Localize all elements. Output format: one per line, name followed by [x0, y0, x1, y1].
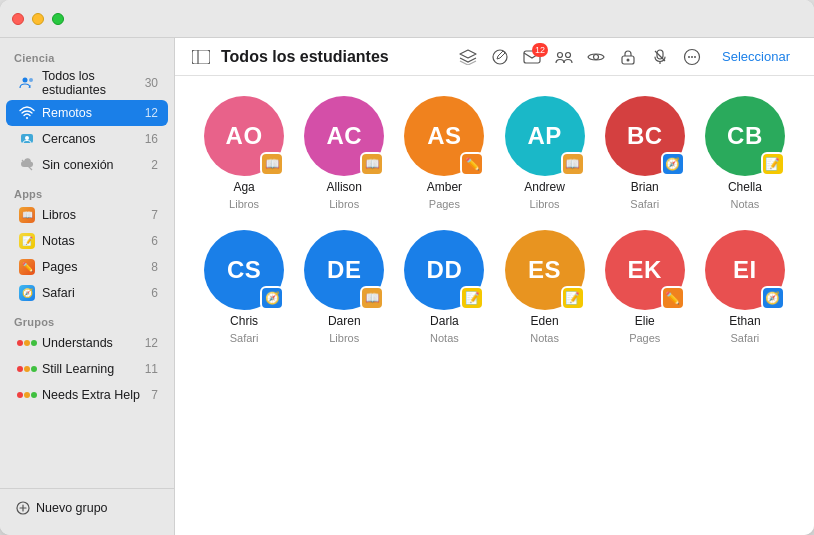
avatar-wrap: CB 📝 — [705, 96, 785, 176]
sidebar-section-ciencia: Ciencia — [0, 46, 174, 66]
sidebar-item-safari[interactable]: 🧭 Safari 6 — [6, 280, 168, 306]
svg-point-4 — [25, 136, 29, 140]
sidebar-item-understands[interactable]: Understands 12 — [6, 330, 168, 356]
svg-point-11 — [493, 50, 507, 64]
avatar-wrap: AO 📖 — [204, 96, 284, 176]
libros-icon: 📖 — [18, 206, 36, 224]
people-icon[interactable] — [554, 47, 574, 67]
svg-point-14 — [566, 52, 571, 57]
student-card[interactable]: BC 🧭 Brian Safari — [600, 96, 690, 210]
svg-point-13 — [558, 52, 563, 57]
more-icon[interactable] — [682, 47, 702, 67]
sidebar-item-pages-label: Pages — [42, 260, 147, 274]
pencil-icon[interactable] — [490, 47, 510, 67]
wifi-icon — [18, 104, 36, 122]
page-title: Todos los estudiantes — [221, 48, 448, 66]
sidebar: Ciencia Todos los estudiantes 30 — [0, 38, 175, 535]
avatar-wrap: DD 📝 — [404, 230, 484, 310]
avatar-wrap: AP 📖 — [505, 96, 585, 176]
sidebar-item-libros[interactable]: 📖 Libros 7 — [6, 202, 168, 228]
student-app: Safari — [731, 332, 760, 344]
avatar-wrap: ES 📝 — [505, 230, 585, 310]
notas-icon: 📝 — [18, 232, 36, 250]
sidebar-item-understands-label: Understands — [42, 336, 141, 350]
svg-point-22 — [688, 56, 690, 58]
avatar-wrap: DE 📖 — [304, 230, 384, 310]
sidebar-item-pages[interactable]: ✏️ Pages 8 — [6, 254, 168, 280]
select-button[interactable]: Seleccionar — [714, 46, 798, 67]
titlebar — [0, 0, 814, 38]
student-card[interactable]: EI 🧭 Ethan Safari — [700, 230, 790, 344]
new-group-label: Nuevo grupo — [36, 501, 108, 515]
svg-point-24 — [694, 56, 696, 58]
sidebar-item-still-learning[interactable]: Still Learning 11 — [6, 356, 168, 382]
eye-icon[interactable] — [586, 47, 606, 67]
lock-icon[interactable] — [618, 47, 638, 67]
toolbar-icons: 12 — [458, 46, 798, 67]
students-grid: AO 📖 Aga Libros AC 📖 Allison Libros AS ✏… — [175, 76, 814, 535]
sidebar-item-sin-conexion[interactable]: Sin conexión 2 — [6, 152, 168, 178]
sidebar-item-sin-count: 2 — [151, 158, 158, 172]
app-badge: 📝 — [761, 152, 785, 176]
svg-point-1 — [29, 78, 33, 82]
student-card[interactable]: AO 📖 Aga Libros — [199, 96, 289, 210]
mail-icon[interactable]: 12 — [522, 47, 542, 67]
app-badge: 🧭 — [761, 286, 785, 310]
app-badge: 📖 — [360, 152, 384, 176]
main-content: Ciencia Todos los estudiantes 30 — [0, 38, 814, 535]
student-card[interactable]: CB 📝 Chella Notas — [700, 96, 790, 210]
student-app: Libros — [329, 198, 359, 210]
maximize-button[interactable] — [52, 13, 64, 25]
student-app: Pages — [629, 332, 660, 344]
group1-icon — [18, 334, 36, 352]
avatar-wrap: BC 🧭 — [605, 96, 685, 176]
sidebar-item-needs-help[interactable]: Needs Extra Help 7 — [6, 382, 168, 408]
sidebar-item-todos-label: Todos los estudiantes — [42, 69, 141, 97]
app-badge: 🧭 — [260, 286, 284, 310]
sidebar-item-remotos-label: Remotos — [42, 106, 141, 120]
sidebar-item-cercanos[interactable]: Cercanos 16 — [6, 126, 168, 152]
student-card[interactable]: AS ✏️ Amber Pages — [399, 96, 489, 210]
student-card[interactable]: CS 🧭 Chris Safari — [199, 230, 289, 344]
mail-badge: 12 — [532, 43, 548, 57]
student-card[interactable]: AP 📖 Andrew Libros — [499, 96, 589, 210]
mic-mute-icon[interactable] — [650, 47, 670, 67]
sidebar-section-grupos: Grupos — [0, 310, 174, 330]
student-name: Darla — [430, 314, 459, 328]
sidebar-item-libros-count: 7 — [151, 208, 158, 222]
student-card[interactable]: EK ✏️ Elie Pages — [600, 230, 690, 344]
minimize-button[interactable] — [32, 13, 44, 25]
safari-icon: 🧭 — [18, 284, 36, 302]
sidebar-item-notas[interactable]: 📝 Notas 6 — [6, 228, 168, 254]
student-card[interactable]: DE 📖 Daren Libros — [299, 230, 389, 344]
plus-circle-icon — [16, 501, 30, 515]
sidebar-item-pages-count: 8 — [151, 260, 158, 274]
svg-point-23 — [691, 56, 693, 58]
app-window: Ciencia Todos los estudiantes 30 — [0, 0, 814, 535]
sidebar-item-todos[interactable]: Todos los estudiantes 30 — [6, 66, 168, 100]
app-badge: 📖 — [561, 152, 585, 176]
svg-point-17 — [627, 58, 630, 61]
student-name: Ethan — [729, 314, 760, 328]
sidebar-item-remotos[interactable]: Remotos 12 — [6, 100, 168, 126]
svg-point-0 — [23, 78, 28, 83]
person-icon — [18, 130, 36, 148]
student-card[interactable]: ES 📝 Eden Notas — [499, 230, 589, 344]
new-group-button[interactable]: Nuevo grupo — [10, 497, 164, 519]
avatar-wrap: AS ✏️ — [404, 96, 484, 176]
group3-icon — [18, 386, 36, 404]
sidebar-toggle-icon[interactable] — [191, 47, 211, 67]
student-name: Chris — [230, 314, 258, 328]
sidebar-item-understands-count: 12 — [145, 336, 158, 350]
student-card[interactable]: DD 📝 Darla Notas — [399, 230, 489, 344]
sidebar-item-needs-help-count: 7 — [151, 388, 158, 402]
avatar-wrap: EK ✏️ — [605, 230, 685, 310]
app-badge: ✏️ — [661, 286, 685, 310]
close-button[interactable] — [12, 13, 24, 25]
student-card[interactable]: AC 📖 Allison Libros — [299, 96, 389, 210]
student-app: Safari — [630, 198, 659, 210]
sidebar-item-remotos-count: 12 — [145, 106, 158, 120]
app-badge: 📖 — [260, 152, 284, 176]
sidebar-item-todos-count: 30 — [145, 76, 158, 90]
layers-icon[interactable] — [458, 47, 478, 67]
